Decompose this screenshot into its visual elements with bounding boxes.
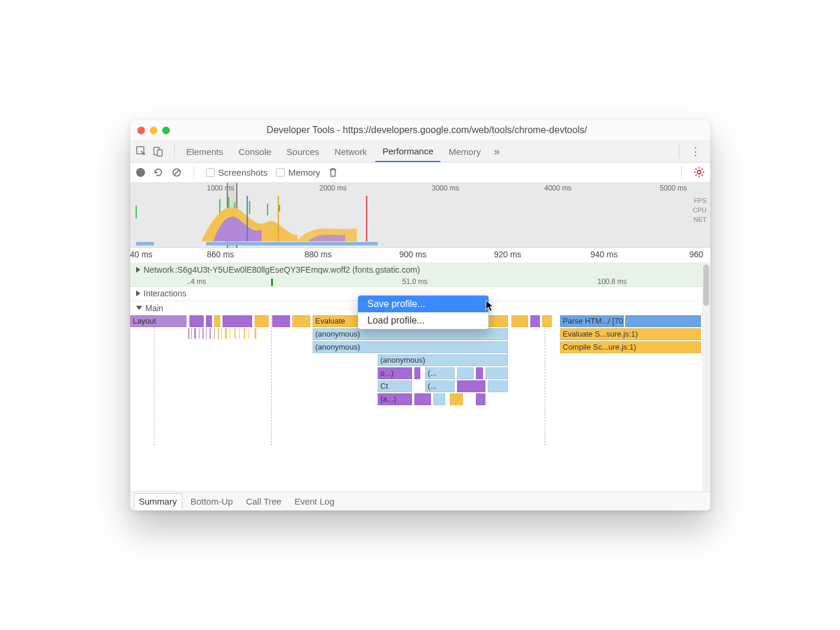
flame-item[interactable]: [414, 367, 420, 379]
flame-item[interactable]: [214, 315, 220, 327]
bottom-tab-eventlog[interactable]: Event Log: [289, 494, 339, 509]
tab-performance[interactable]: Performance: [375, 141, 440, 162]
memory-label: Memory: [288, 167, 320, 177]
inspect-icon[interactable]: [136, 146, 147, 157]
flame-item[interactable]: [457, 367, 474, 379]
flame-item-anon[interactable]: (anonymous): [313, 328, 508, 340]
flame-item[interactable]: (...: [425, 367, 455, 379]
flame-item[interactable]: [485, 367, 508, 379]
flame-item-anon[interactable]: (anonymous): [378, 354, 508, 366]
ruler-tick: 920 ms: [494, 250, 522, 259]
flame-item[interactable]: [189, 315, 204, 327]
flame-item[interactable]: [255, 315, 269, 327]
context-menu: Save profile... Load profile...: [358, 295, 489, 329]
flame-item[interactable]: o...): [378, 367, 412, 379]
svg-rect-22: [206, 328, 207, 339]
cpu-label: CPU: [693, 205, 706, 215]
flame-item[interactable]: [542, 315, 552, 327]
maximize-icon[interactable]: [162, 127, 170, 134]
flame-item[interactable]: Ct: [378, 380, 412, 392]
flame-item[interactable]: [223, 315, 252, 327]
kebab-menu-icon[interactable]: ⋮: [684, 141, 707, 162]
reload-icon[interactable]: [153, 167, 163, 177]
svg-rect-31: [244, 328, 245, 339]
bottom-tab-bottomup[interactable]: Bottom-Up: [186, 494, 238, 509]
flame-item-slash[interactable]: [625, 315, 701, 327]
tab-network[interactable]: Network: [327, 141, 374, 162]
perf-toolbar: Screenshots Memory: [130, 163, 710, 183]
svg-rect-32: [249, 328, 249, 339]
ruler-tick: 960: [690, 250, 703, 259]
flame-item[interactable]: [511, 315, 528, 327]
flame-item-layout[interactable]: Layout: [130, 315, 186, 327]
more-tabs-icon[interactable]: »: [489, 141, 504, 162]
overview-strip[interactable]: 1000 ms 2000 ms 3000 ms 4000 ms 5000 ms …: [130, 183, 710, 248]
svg-rect-26: [221, 328, 222, 339]
menu-load-profile[interactable]: Load profile...: [358, 312, 488, 329]
devtools-window: Developer Tools - https://developers.goo…: [130, 120, 710, 511]
flame-item[interactable]: (...: [425, 380, 455, 392]
chevron-right-icon: [136, 267, 140, 273]
tab-console[interactable]: Console: [231, 141, 278, 162]
flame-item[interactable]: [450, 393, 463, 405]
flame-item[interactable]: [530, 315, 540, 327]
frame-time: ..4 ms: [187, 277, 207, 286]
tab-memory[interactable]: Memory: [442, 141, 488, 162]
flame-item-compiles[interactable]: Compile Sc...ure.js:1): [560, 341, 701, 353]
svg-rect-30: [239, 328, 240, 339]
network-section[interactable]: Network :S6g4U3t-Y5UEw0lE80llgEseQY3FEmq…: [130, 263, 702, 277]
flame-item[interactable]: (a...): [378, 393, 412, 405]
svg-line-10: [696, 169, 697, 170]
tab-sources[interactable]: Sources: [279, 141, 326, 162]
screenshots-toggle[interactable]: Screenshots: [206, 167, 268, 177]
clear-icon[interactable]: [172, 167, 182, 177]
close-icon[interactable]: [137, 127, 145, 134]
svg-rect-25: [218, 328, 219, 339]
separator: [194, 166, 194, 179]
flame-item[interactable]: [414, 393, 431, 405]
network-item: :S6g4U3t-Y5UEw0lE80llgEseQY3FEmqw.woff2 …: [175, 265, 420, 274]
fps-label: FPS: [693, 196, 706, 205]
tab-elements[interactable]: Elements: [179, 141, 231, 162]
svg-rect-27: [225, 328, 227, 339]
flame-item[interactable]: [457, 380, 485, 392]
flame-item[interactable]: [476, 367, 483, 379]
menu-save-profile[interactable]: Save profile...: [358, 296, 488, 312]
frames-row: ..4 ms 51.0 ms 100.8 ms: [130, 277, 702, 287]
bottom-tab-summary[interactable]: Summary: [134, 493, 182, 509]
record-icon[interactable]: [136, 168, 145, 177]
ruler-tick: 40 ms: [130, 250, 153, 259]
flame-item[interactable]: [206, 315, 212, 327]
overview-ruler: 1000 ms 2000 ms 3000 ms 4000 ms 5000 ms: [130, 183, 710, 195]
flame-item[interactable]: [292, 315, 310, 327]
ruler-tick: 860 ms: [207, 250, 234, 259]
flame-item-parse[interactable]: Parse HTM.../ [705...]): [560, 315, 624, 327]
flame-chart[interactable]: Network :S6g4U3t-Y5UEw0lE80llgEseQY3FEmq…: [130, 263, 710, 492]
gear-icon[interactable]: [694, 167, 704, 177]
svg-rect-21: [202, 328, 204, 339]
window-title: Developer Tools - https://developers.goo…: [175, 125, 703, 135]
flame-item[interactable]: [488, 380, 508, 392]
device-toggle-icon[interactable]: [153, 146, 163, 157]
flame-item[interactable]: [476, 393, 485, 405]
vertical-scrollbar[interactable]: [702, 263, 710, 492]
flame-item[interactable]: [433, 393, 445, 405]
minimize-icon[interactable]: [150, 127, 157, 134]
bottom-tab-calltree[interactable]: Call Tree: [241, 494, 286, 509]
flame-item-anon[interactable]: (anonymous): [313, 341, 508, 353]
flame-item[interactable]: [272, 315, 290, 327]
ov-tick: 2000 ms: [320, 184, 347, 192]
frame-time: 51.0 ms: [403, 277, 428, 286]
svg-line-12: [696, 175, 697, 176]
trash-icon[interactable]: [329, 167, 337, 177]
flame-ruler[interactable]: 40 ms 860 ms 880 ms 900 ms 920 ms 940 ms…: [130, 248, 710, 263]
chevron-right-icon: [136, 290, 140, 296]
ov-tick: 3000 ms: [432, 184, 459, 192]
svg-rect-33: [255, 328, 256, 339]
overview-labels: FPS CPU NET: [693, 196, 706, 224]
separator: [174, 145, 175, 159]
svg-rect-29: [234, 328, 236, 339]
flame-item-evals[interactable]: Evaluate S...sure.js:1): [560, 328, 701, 340]
memory-toggle[interactable]: Memory: [276, 167, 320, 177]
network-label: Network: [144, 265, 174, 274]
